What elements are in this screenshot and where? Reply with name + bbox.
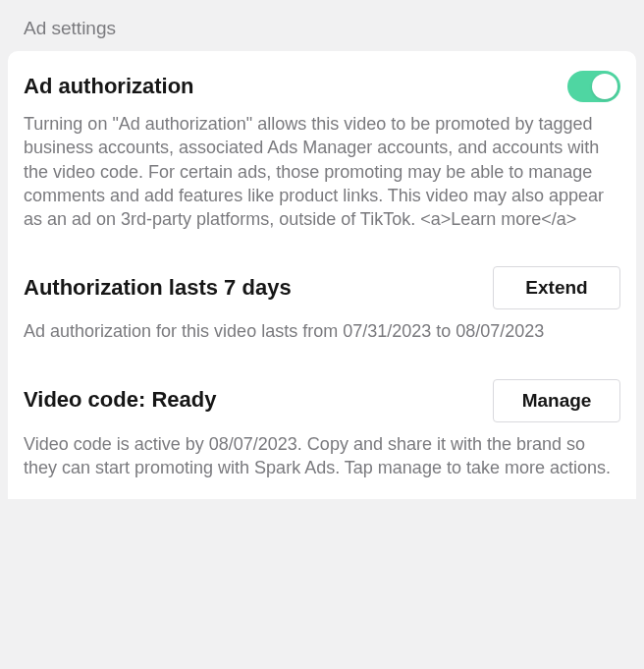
video-code-title: Video code: Ready (24, 386, 216, 415)
ad-authorization-toggle[interactable] (567, 71, 620, 102)
settings-card: Ad authorization Turning on "Ad authoriz… (8, 51, 636, 499)
authorization-duration-description: Ad authorization for this video lasts fr… (24, 319, 620, 343)
manage-button[interactable]: Manage (493, 379, 620, 422)
ad-authorization-description: Turning on "Ad authorization" allows thi… (24, 112, 620, 231)
ad-authorization-section: Ad authorization Turning on "Ad authoriz… (24, 71, 620, 231)
video-code-section: Video code: Ready Manage Video code is a… (24, 379, 620, 480)
toggle-knob (592, 74, 617, 99)
video-code-description: Video code is active by 08/07/2023. Copy… (24, 432, 620, 480)
page-title: Ad settings (0, 0, 644, 51)
ad-authorization-title: Ad authorization (24, 73, 194, 101)
authorization-duration-section: Authorization lasts 7 days Extend Ad aut… (24, 266, 620, 343)
extend-button[interactable]: Extend (493, 266, 620, 309)
learn-more-link[interactable]: <a>Learn more</a> (420, 209, 576, 229)
authorization-duration-title: Authorization lasts 7 days (24, 274, 292, 303)
